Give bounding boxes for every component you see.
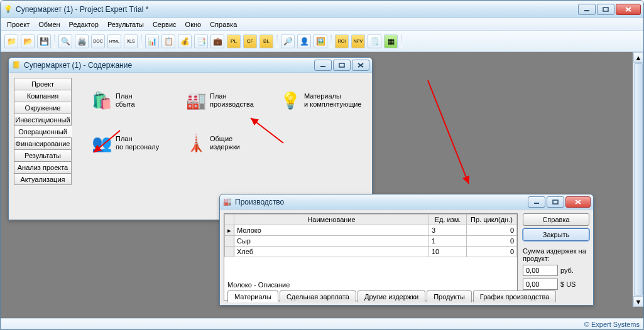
production-titlebar[interactable]: 🏭 Производство (220, 194, 593, 210)
tb-zoom-icon[interactable]: 🔎 (281, 35, 295, 48)
tab-actualization[interactable]: Актуализация (14, 173, 72, 185)
menu-help[interactable]: Справка (206, 19, 241, 29)
vertical-scrollbar[interactable]: ▲ ▼ (633, 52, 643, 307)
close-button[interactable] (616, 4, 641, 15)
tb-person-icon[interactable]: 👤 (297, 35, 311, 48)
prod-minimize-button[interactable] (528, 196, 545, 208)
tab-results[interactable]: Результаты (14, 149, 72, 161)
tb-pl-icon[interactable]: PL (227, 35, 241, 48)
tb-sep (330, 35, 332, 48)
content-title: Супермаркет (1) - Содержание (24, 61, 314, 70)
app-icon: 💡 (3, 4, 13, 14)
cost-rub-unit: руб. (560, 267, 574, 274)
scroll-up-icon[interactable]: ▲ (633, 52, 643, 63)
tower-icon: 🗼 (185, 132, 207, 154)
tb-roi-icon[interactable]: ROI (335, 35, 349, 48)
tb-save-icon[interactable]: 💾 (37, 35, 51, 48)
table-row[interactable]: Хлеб 10 0 (225, 247, 517, 257)
tab-piecework[interactable]: Сдельная зарплата (280, 290, 356, 302)
content-close-button[interactable] (352, 60, 369, 71)
tab-analysis[interactable]: Анализ проекта (14, 161, 72, 173)
tab-company[interactable]: Компания (14, 90, 72, 102)
plan-production[interactable]: 🏭Планпроизводства (185, 82, 273, 119)
cost-usd-unit: $ US (560, 280, 576, 288)
production-tabs: Материалы Сдельная зарплата Другие издер… (227, 290, 556, 302)
menu-project[interactable]: Проект (3, 19, 33, 29)
tb-money-icon[interactable]: 💰 (178, 35, 192, 48)
content-titlebar[interactable]: 📒 Супермаркет (1) - Содержание (9, 58, 372, 73)
menu-window[interactable]: Окно (182, 19, 205, 29)
maximize-button[interactable] (597, 4, 614, 15)
scroll-thumb[interactable] (634, 63, 643, 295)
tb-bl-icon[interactable]: BL (259, 35, 273, 48)
description-label: Молоко - Описание (227, 281, 290, 289)
tb-sep (276, 35, 278, 48)
svg-rect-5 (339, 63, 344, 67)
tab-schedule[interactable]: График производства (473, 290, 556, 302)
minimize-button[interactable] (578, 4, 596, 15)
col-unit[interactable]: Ед. изм. (429, 215, 467, 225)
status-right: © Expert Systems (584, 321, 640, 328)
tb-folder-open-icon[interactable]: 📂 (21, 35, 35, 48)
main-titlebar[interactable]: 💡 Супермаркет (1) - Project Expert Trial… (1, 1, 643, 18)
content-nav-tabs: Проект Компания Окружение Инвестиционный… (14, 78, 72, 185)
svg-rect-1 (603, 8, 608, 11)
tb-html-icon[interactable]: HTML (107, 35, 121, 48)
production-icon: 🏭 (222, 197, 232, 207)
tb-clipboard-brief-icon[interactable]: 📑 (194, 35, 208, 48)
table-row[interactable]: Сыр 1 0 (225, 236, 517, 247)
production-window: 🏭 Производство Наименование Ед. изм. (219, 194, 594, 306)
tb-notes-icon[interactable]: 🗒️ (368, 35, 381, 48)
tb-cf-icon[interactable]: CF (243, 35, 257, 48)
tb-search-page-icon[interactable]: 🔍 (58, 35, 72, 48)
factory-icon: 🏭 (185, 89, 207, 112)
scroll-down-icon[interactable]: ▼ (633, 296, 643, 307)
tab-operational-plan[interactable]: Операционный план (14, 125, 72, 137)
plan-grid: 🛍️Плансбыта 🏭Планпроизводства 💡Материалы… (72, 78, 367, 185)
cost-usd-input[interactable] (523, 279, 558, 290)
plan-personnel[interactable]: 👥Планпо персоналу (90, 124, 178, 162)
tab-financing[interactable]: Финансирование (14, 137, 72, 149)
col-cycle[interactable]: Пр. цикл(дн.) (467, 215, 517, 225)
people-icon: 👥 (90, 132, 113, 154)
content-maximize-button[interactable] (333, 60, 351, 71)
tab-environment[interactable]: Окружение (14, 102, 72, 114)
menu-editor[interactable]: Редактор (65, 19, 102, 29)
cost-rub-input[interactable] (523, 265, 558, 276)
tab-products[interactable]: Продукты (427, 290, 472, 302)
tab-materials[interactable]: Материалы (227, 290, 278, 302)
tb-picture-icon[interactable]: 🖼️ (314, 35, 327, 48)
prod-close-button[interactable] (565, 196, 591, 208)
table-row[interactable]: ▸ Молоко 3 0 (225, 225, 517, 236)
content-minimize-button[interactable] (314, 60, 332, 71)
tb-npv-icon[interactable]: NPV (351, 35, 365, 48)
tab-other-costs[interactable]: Другие издержки (357, 290, 425, 302)
tb-table-green-icon[interactable]: ▦ (384, 35, 398, 48)
main-window: 💡 Супермаркет (1) - Project Expert Trial… (0, 0, 644, 330)
plan-overhead[interactable]: 🗼Общиеиздержки (185, 124, 273, 162)
tb-briefcase-icon[interactable]: 💼 (210, 35, 224, 48)
help-button[interactable]: Справка (523, 213, 589, 226)
bulb-icon: 💡 (279, 89, 302, 112)
plan-materials[interactable]: 💡Материалыи комплектующие (279, 82, 367, 119)
menu-exchange[interactable]: Обмен (35, 19, 63, 29)
statusbar: © Expert Systems (1, 318, 643, 329)
col-name[interactable]: Наименование (234, 215, 429, 225)
tab-project[interactable]: Проект (14, 78, 72, 90)
tb-chart-icon[interactable]: 📊 (145, 35, 159, 48)
tb-sep (54, 35, 55, 48)
tb-doc-icon[interactable]: DOC (91, 35, 105, 48)
menu-results[interactable]: Результаты (104, 19, 148, 29)
prod-maximize-button[interactable] (547, 196, 564, 208)
tb-print-icon[interactable]: 🖨️ (75, 35, 89, 48)
tb-folder-add-icon[interactable]: 📁 (4, 35, 18, 48)
tb-sep (141, 35, 142, 48)
menu-service[interactable]: Сервис (149, 19, 180, 29)
menubar: Проект Обмен Редактор Результаты Сервис … (1, 18, 643, 31)
toolbar: 📁 📂 💾 🔍 🖨️ DOC HTML XLS 📊 📋 💰 📑 💼 PL CF … (1, 31, 643, 52)
tb-clipboard-check-icon[interactable]: 📋 (161, 35, 175, 48)
close-button[interactable]: Закрыть (523, 228, 589, 241)
plan-sales[interactable]: 🛍️Плансбыта (90, 82, 178, 119)
tab-investment-plan[interactable]: Инвестиционный план (14, 114, 72, 125)
tb-xls-icon[interactable]: XLS (124, 35, 138, 48)
